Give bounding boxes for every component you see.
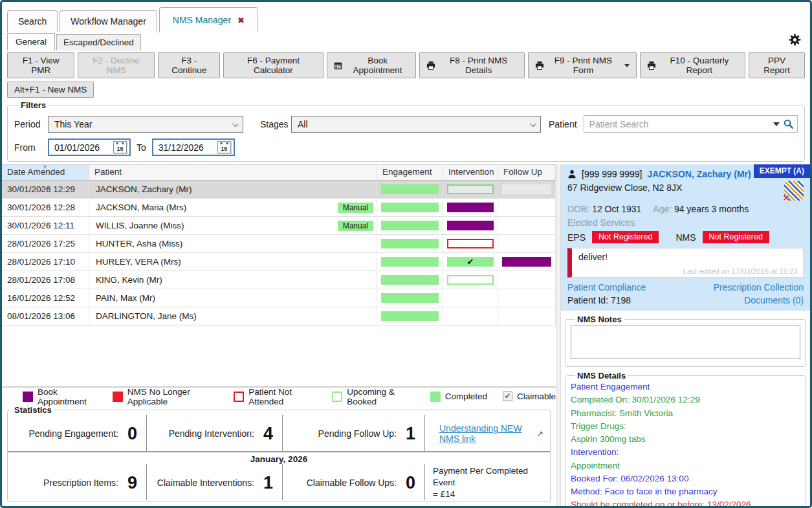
- stat-value: 0: [127, 424, 137, 444]
- toolbar-button-f8-print-nms-details[interactable]: F8 - Print NMS Details: [419, 52, 524, 78]
- patient-cell: PAIN, Max (Mr): [89, 289, 377, 307]
- nms-notes-panel: NMS Notes: [565, 315, 806, 367]
- patient-name[interactable]: JACKSON, Zachary (Mr): [647, 169, 751, 179]
- datepicker-icon[interactable]: 15: [113, 141, 127, 153]
- stat-value: 1: [406, 424, 415, 444]
- stages-select[interactable]: All: [291, 116, 541, 133]
- documents-link[interactable]: Documents (0): [744, 295, 804, 305]
- legend-swatch-green-solid: [430, 392, 441, 402]
- statistics-legend: Statistics: [12, 405, 54, 415]
- nms-notes-textarea[interactable]: [571, 326, 800, 359]
- nms-details-panel: NMS Details Patient EngagementCompleted …: [565, 371, 806, 506]
- button-label: F8 - Print NMS Details: [439, 56, 517, 75]
- patient-search-input[interactable]: [586, 119, 773, 129]
- engagement-cell: [377, 289, 443, 307]
- settings-gear-icon[interactable]: [789, 34, 801, 46]
- intervention-cell: [443, 307, 498, 326]
- table-row[interactable]: 28/01/2026 17:08KING, Kevin (Mr): [2, 271, 556, 289]
- pane-splitter[interactable]: [556, 164, 561, 506]
- toolbar-button-f6-payment-calculator[interactable]: F6 - Payment Calculator: [223, 52, 323, 78]
- payment-line-2: = £14: [433, 489, 546, 500]
- detail-line: Trigger Drugs:: [571, 420, 800, 433]
- detail-line: Patient Engagement: [571, 381, 800, 393]
- chevron-down-icon: [624, 64, 630, 67]
- tab-workflow-manager[interactable]: Workflow Manager: [60, 10, 157, 32]
- filters-panel: Filters Period This Year Stages All Pati…: [7, 100, 805, 162]
- dob-label: DOB:: [567, 204, 589, 214]
- legend-item-patient-not-attended: Patient Not Attended: [234, 387, 322, 406]
- column-header-intervention[interactable]: Intervention: [443, 165, 498, 181]
- status-legend: Book AppointmentNMS No Longer Applicable…: [2, 387, 556, 405]
- from-label: From: [14, 142, 48, 153]
- patient-note[interactable]: deliver! Last edited on 17/03/2016 at 15…: [567, 248, 804, 278]
- column-header-date-amended[interactable]: Date Amended▼: [2, 165, 89, 181]
- search-icon[interactable]: [784, 119, 793, 129]
- engagement-cell: [377, 217, 443, 235]
- nms-table-pane: Date Amended▼PatientEngagementInterventi…: [2, 164, 556, 506]
- toolbar-button-book-appointment[interactable]: Book Appointment: [327, 52, 417, 78]
- close-icon[interactable]: ✖: [237, 16, 245, 25]
- person-icon: [567, 170, 576, 179]
- toolbar-button-alt-f1-new-nms[interactable]: Alt+F1 - New NMS: [7, 82, 94, 98]
- age-label: Age:: [653, 204, 672, 214]
- toolbar-button-f9-print-nms-form[interactable]: F9 - Print NMS Form: [528, 52, 637, 78]
- patient-cell: HUNTER, Asha (Miss): [89, 235, 377, 253]
- period-select[interactable]: This Year: [48, 116, 243, 133]
- table-row[interactable]: 30/01/2026 12:28JACKSON, Maria (Mrs)Manu…: [2, 199, 556, 217]
- toolbar-button-ppv-report[interactable]: PPV Report: [749, 52, 805, 78]
- from-date-input[interactable]: 01/01/2026 15: [48, 138, 131, 156]
- stat-pending-follow-up: Pending Follow Up:1: [283, 415, 425, 451]
- table-row[interactable]: 28/01/2026 17:25HUNTER, Asha (Miss): [2, 235, 556, 253]
- column-header-patient[interactable]: Patient: [89, 165, 377, 181]
- external-link-icon: ↗: [536, 429, 543, 439]
- follow-up-cell: [498, 307, 556, 326]
- detail-line: Booked For: 06/02/2026 13:00: [571, 472, 800, 485]
- tab-nms-manager[interactable]: NMS Manager✖: [159, 7, 258, 32]
- toolbar-row-1: F1 - View PMRF2 - Decline NMSF3 - Contin…: [2, 50, 810, 80]
- patient-label: Patient: [549, 119, 577, 129]
- understanding-nms-link[interactable]: Understanding NEW NMS link: [439, 423, 532, 444]
- table-header: Date Amended▼PatientEngagementInterventi…: [2, 165, 556, 181]
- eps-cross-icon: ✕: [782, 193, 790, 203]
- exempt-badge: EXEMPT (A): [754, 164, 810, 178]
- column-header-follow-up[interactable]: Follow Up: [498, 165, 556, 181]
- subtab-general[interactable]: General: [7, 33, 55, 50]
- toolbar-button-f10-quarterly-report[interactable]: F10 - Quarterly Report: [640, 52, 745, 78]
- table-row[interactable]: 30/01/2026 12:11WILLIS, Joanne (Miss)Man…: [2, 217, 556, 235]
- column-header-engagement[interactable]: Engagement: [377, 165, 443, 181]
- toolbar-button-f3-continue[interactable]: F3 - Continue: [158, 52, 220, 78]
- subtab-escaped-declined[interactable]: Escaped/Declined: [56, 34, 141, 50]
- date-amended-cell: 28/01/2026 17:10: [2, 253, 89, 271]
- nms-label: NMS: [675, 232, 696, 243]
- table-row[interactable]: 16/01/2026 12:52PAIN, Max (Mr): [2, 289, 556, 307]
- patient-compliance-link[interactable]: Patient Compliance: [567, 282, 646, 293]
- toolbar-button-f1-view-pmr[interactable]: F1 - View PMR: [7, 52, 74, 78]
- toolbar-button-f2-decline-nms: F2 - Decline NMS: [78, 52, 155, 78]
- detail-line: Aspirin 300mg tabs: [571, 433, 800, 446]
- datepicker-icon[interactable]: 15: [217, 141, 231, 153]
- patient-name-text: PAIN, Max (Mr): [96, 293, 155, 303]
- claimable-checkbox[interactable]: ✔: [503, 392, 512, 401]
- button-label: F6 - Payment Calculator: [230, 56, 316, 75]
- table-row[interactable]: 08/01/2026 13:06DARLINGTON, Jane (Ms): [2, 307, 556, 326]
- to-date-input[interactable]: 31/12/2026 15: [152, 138, 235, 156]
- button-label: F2 - Decline NMS: [85, 56, 148, 75]
- patient-name-text: KING, Kevin (Mr): [96, 275, 162, 285]
- legend-item-completed: Completed: [430, 392, 487, 402]
- stat-value: 9: [127, 473, 137, 493]
- prescription-collection-link[interactable]: Prescription Collection: [714, 282, 804, 293]
- table-row[interactable]: 30/01/2026 12:29JACKSON, Zachary (Mr): [2, 181, 556, 199]
- dropdown-arrow-icon[interactable]: [773, 122, 780, 126]
- engagement-cell: [377, 307, 443, 326]
- patient-name-text: JACKSON, Maria (Mrs): [96, 203, 186, 212]
- table-row[interactable]: 28/01/2026 17:10HURLEY, VERA (Mrs)✔: [2, 253, 556, 271]
- patient-name-text: HUNTER, Asha (Miss): [96, 239, 182, 248]
- tab-search[interactable]: Search: [7, 10, 58, 32]
- legend-item-nms-no-longer-applicable: NMS No Longer Applicable: [113, 387, 223, 406]
- stat-value: 4: [263, 424, 273, 444]
- nms-details-legend: NMS Details: [575, 371, 628, 381]
- intervention-cell: [443, 181, 498, 199]
- legend-label: Book Appointment: [38, 387, 102, 406]
- payment-line-1: Payment Per Completed Event: [433, 465, 546, 489]
- stat-value: 1: [263, 473, 273, 493]
